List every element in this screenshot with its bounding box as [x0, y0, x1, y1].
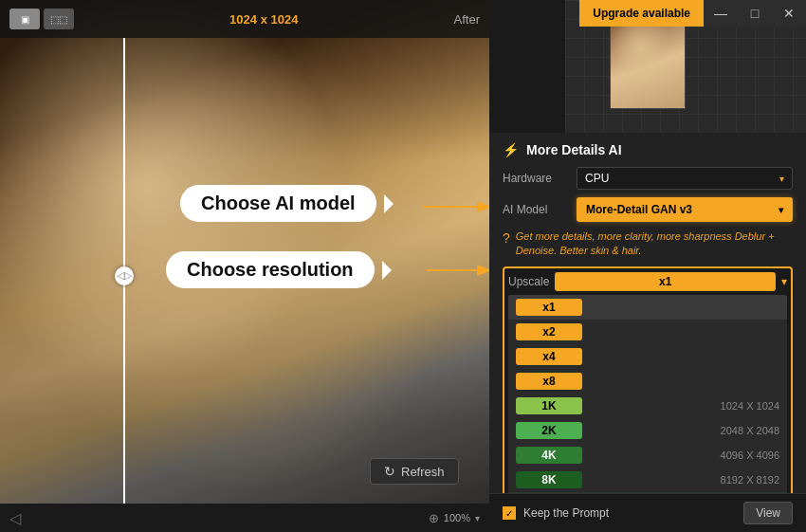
- split-handle-icon: ◁▷: [117, 269, 132, 282]
- upscale-8k-label: 8192 X 8192: [704, 474, 779, 486]
- upscale-option-4k[interactable]: 4K 4096 X 4096: [508, 443, 787, 468]
- keep-prompt-checkbox[interactable]: ✓: [503, 506, 516, 520]
- zoom-control: ⊕ 100% ▾: [429, 511, 480, 525]
- hardware-value: CPU: [585, 172, 609, 185]
- panel-content: ⚡ More Details AI Hardware CPU ▾ AI Mode…: [489, 133, 806, 532]
- after-label: After: [454, 12, 480, 27]
- section-title: More Details AI: [526, 142, 622, 157]
- upscale-2k-btn: 2K: [516, 422, 582, 439]
- title-bar: Upgrade available — □ ✕: [579, 0, 806, 27]
- ai-model-select[interactable]: More-Detail GAN v3 ▾: [577, 197, 793, 222]
- upgrade-button[interactable]: Upgrade available: [579, 0, 704, 27]
- keep-prompt-label: Keep the Prompt: [523, 506, 609, 520]
- upscale-dropdown-arrow[interactable]: ▾: [781, 275, 787, 288]
- upscale-x1-btn: x1: [516, 299, 582, 316]
- view-toggle-group: ▣ ⬚⬚: [9, 9, 74, 29]
- hint-row: ? Get more details, more clarity, more s…: [503, 229, 793, 259]
- ai-model-label: AI Model: [503, 203, 569, 216]
- upscale-4k-label: 4096 X 4096: [704, 449, 779, 461]
- split-view-icon: ▣: [21, 14, 29, 25]
- hardware-arrow-icon: ▾: [779, 174, 784, 184]
- zoom-arrow-icon[interactable]: ▾: [475, 513, 480, 523]
- upscale-container: Upscale x1 ▾ x1 x2 x4: [503, 266, 793, 532]
- minimize-button[interactable]: —: [704, 0, 738, 27]
- upscale-option-8k[interactable]: 8K 8192 X 8192: [508, 468, 787, 492]
- ai-model-value: More-Detail GAN v3: [586, 203, 692, 216]
- upscale-2k-label: 2048 X 2048: [704, 425, 779, 436]
- upscale-8k-btn: 8K: [516, 471, 582, 488]
- upscale-option-2k[interactable]: 2K 2048 X 2048: [508, 418, 787, 443]
- upscale-x4-btn: x4: [516, 348, 582, 365]
- hardware-row: Hardware CPU ▾: [503, 167, 793, 190]
- right-panel: ⚡ More Details AI Hardware CPU ▾ AI Mode…: [489, 0, 806, 532]
- nav-left-icon[interactable]: ◁: [9, 509, 21, 527]
- maximize-button[interactable]: □: [738, 0, 772, 27]
- refresh-label: Refresh: [401, 465, 445, 479]
- hint-text: Get more details, more clarity, more sha…: [516, 229, 793, 259]
- close-button[interactable]: ✕: [772, 0, 806, 27]
- window-controls: — □ ✕: [704, 0, 806, 27]
- zoom-value: 100%: [444, 512, 470, 523]
- keep-prompt-check-icon: ✓: [505, 508, 513, 519]
- upscale-dropdown-options: x1 x2 x4 x8 1K 1024 X 1024: [508, 295, 787, 526]
- image-area: ▣ ⬚⬚ 1024 x 1024 After ◁▷ Choose AI mode…: [0, 0, 489, 532]
- view-button[interactable]: View: [743, 502, 793, 524]
- thumbnail-image: [610, 24, 686, 109]
- split-handle[interactable]: ◁▷: [115, 266, 134, 285]
- upscale-4k-btn: 4K: [516, 447, 582, 464]
- ai-model-callout: Choose AI model: [180, 185, 376, 222]
- ai-model-row: AI Model More-Detail GAN v3 ▾: [503, 197, 793, 222]
- upscale-x8-btn: x8: [516, 373, 582, 390]
- upscale-1k-label: 1024 X 1024: [704, 400, 779, 412]
- ai-model-arrow-icon: ▾: [779, 205, 783, 215]
- side-view-icon: ⬚⬚: [50, 14, 67, 25]
- zoom-icon: ⊕: [429, 511, 439, 525]
- side-view-button[interactable]: ⬚⬚: [44, 9, 74, 29]
- panel-bottom-bar: ✓ Keep the Prompt View: [489, 493, 806, 532]
- upscale-option-x8[interactable]: x8: [508, 369, 787, 394]
- hardware-select[interactable]: CPU ▾: [577, 167, 793, 190]
- hint-icon: ?: [503, 230, 510, 246]
- upscale-current-value: x1: [555, 272, 776, 291]
- resolution-callout: Choose resolution: [166, 251, 375, 288]
- more-details-icon: ⚡: [503, 142, 519, 157]
- refresh-button[interactable]: ↻ Refresh: [370, 458, 459, 485]
- split-line: [123, 38, 125, 532]
- upscale-option-x2[interactable]: x2: [508, 320, 787, 344]
- refresh-icon: ↻: [384, 464, 395, 479]
- image-dimensions: 1024 x 1024: [229, 12, 298, 27]
- upscale-option-x4[interactable]: x4: [508, 344, 787, 369]
- upscale-header: Upscale x1 ▾: [508, 272, 787, 291]
- hardware-label: Hardware: [503, 172, 569, 185]
- upscale-label: Upscale: [508, 275, 549, 288]
- split-view-button[interactable]: ▣: [9, 9, 40, 29]
- upscale-option-1k[interactable]: 1K 1024 X 1024: [508, 394, 787, 418]
- upscale-1k-btn: 1K: [516, 397, 582, 414]
- section-header: ⚡ More Details AI: [503, 142, 793, 157]
- thumbnail-face: [611, 25, 685, 108]
- bottom-bar: ◁ ⊕ 100% ▾: [0, 504, 489, 532]
- image-topbar: ▣ ⬚⬚ 1024 x 1024 After: [0, 0, 489, 38]
- upscale-x2-btn: x2: [516, 323, 582, 340]
- upscale-option-x1[interactable]: x1: [508, 295, 787, 320]
